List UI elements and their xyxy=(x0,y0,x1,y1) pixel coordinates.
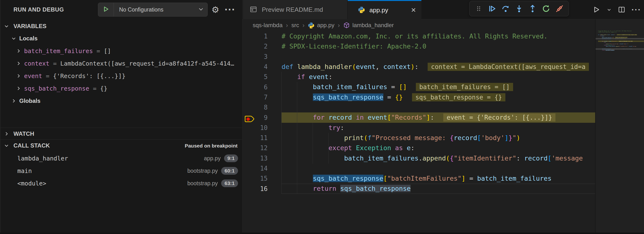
split-editor-icon[interactable] xyxy=(618,6,625,13)
gutter-line-16[interactable]: 16 xyxy=(242,185,282,192)
debug-inline-value: context = LambdaContext([aws_request_id=… xyxy=(428,63,589,71)
watch-header-label: WATCH xyxy=(14,130,34,137)
paused-status-badge: Paused on breakpoint xyxy=(185,140,238,152)
close-tab-icon[interactable]: ✕ xyxy=(411,6,416,14)
chevron-right-icon xyxy=(11,98,16,104)
gutter-line-9[interactable]: 9 xyxy=(242,114,282,121)
more-actions-icon[interactable]: ··· xyxy=(632,5,641,14)
variable-row[interactable]: event = {'Records': [{...}]} xyxy=(0,70,242,82)
debug-continue-icon[interactable] xyxy=(487,3,498,14)
code-line-13[interactable]: 13 batch_item_failures.append({"itemIden… xyxy=(242,153,644,163)
call-stack-frame[interactable]: mainbootstrap.py60:1 xyxy=(0,165,242,177)
code-line-14[interactable]: 14 xyxy=(242,163,644,173)
gutter-line-8[interactable]: 8 xyxy=(242,104,282,111)
breadcrumb-file[interactable]: app.py xyxy=(317,22,334,29)
scope-globals[interactable]: Globals xyxy=(0,95,242,107)
code-line-8[interactable]: 8 xyxy=(242,102,644,113)
debug-step-over-icon[interactable] xyxy=(500,3,511,14)
debug-step-out-icon[interactable] xyxy=(527,3,538,14)
gutter-line-4[interactable]: 4 xyxy=(242,63,282,70)
debug-inline-value: event = {'Records': [{...}]} xyxy=(443,114,556,121)
code-line-9[interactable]: 9 for record in event["Records"]:event =… xyxy=(242,113,644,122)
code-line-16: 16 return sqs_batch_response xyxy=(598,50,644,51)
call-stack-frame[interactable]: <module>bootstrap.py63:1 xyxy=(0,177,242,190)
frame-file: bootstrap.py xyxy=(187,168,218,174)
toolbar-gripper-icon[interactable] xyxy=(473,3,484,14)
gutter-line-7[interactable]: 7 xyxy=(242,94,282,101)
sidebar-header: RUN AND DEBUG No Configurations ⚙ ··· xyxy=(0,0,242,19)
gutter-line-14[interactable]: 14 xyxy=(242,165,282,172)
code-line-2[interactable]: 2# SPDX-License-Identifier: Apache-2.0 xyxy=(242,41,644,51)
code-line-3[interactable]: 3 xyxy=(242,52,644,62)
frame-file: app.py xyxy=(204,155,221,162)
tab-app-py[interactable]: app.py ✕ xyxy=(348,0,422,19)
variable-value: [] xyxy=(104,48,111,55)
window-bottom-edge xyxy=(0,233,644,234)
gutter-line-1[interactable]: 1 xyxy=(242,33,282,40)
gear-icon[interactable]: ⚙ xyxy=(209,0,222,19)
gutter-line-13[interactable]: 13 xyxy=(242,155,282,162)
frame-name: <module> xyxy=(17,180,46,187)
gutter-line-11[interactable]: 11 xyxy=(242,134,282,141)
breadcrumb-separator: › xyxy=(338,22,340,29)
variable-name: event xyxy=(24,73,42,80)
code-line-4[interactable]: 4def lambda_handler(event, context):cont… xyxy=(242,62,644,72)
code-line-12[interactable]: 12 except Exception as e: xyxy=(242,143,644,153)
line-number: 5 xyxy=(264,73,268,81)
watch-section-header[interactable]: WATCH xyxy=(0,128,242,140)
code-line-7[interactable]: 7 sqs_batch_response = {}sqs_batch_respo… xyxy=(242,92,644,102)
variable-row[interactable]: context = LambdaContext([aws_request_id=… xyxy=(0,57,242,70)
variable-row[interactable]: sqs_batch_response = {} xyxy=(0,82,242,95)
tab-bar: Preview README.md app.py ✕ ··· xyxy=(242,0,644,19)
scope-locals[interactable]: Locals xyxy=(0,32,242,45)
code-line-text: batch_item_failures.append({"itemIdentif… xyxy=(598,46,636,47)
code-line-15[interactable]: 15 sqs_batch_response["batchItemFailures… xyxy=(242,173,644,184)
chevron-down-icon xyxy=(4,143,9,148)
variable-row[interactable]: batch_item_failures = [] xyxy=(0,45,242,57)
gutter-line-6[interactable]: 6 xyxy=(242,84,282,91)
code-line-6[interactable]: 6 batch_item_failures = []batch_item_fai… xyxy=(242,82,644,92)
frame-file: bootstrap.py xyxy=(187,180,218,187)
debug-disconnect-icon[interactable] xyxy=(554,3,565,14)
breakpoint-paused-icon[interactable] xyxy=(244,115,256,123)
code-line-5[interactable]: 5 if event: xyxy=(242,72,644,82)
more-actions-icon[interactable]: ··· xyxy=(224,0,236,19)
run-python-file-icon[interactable] xyxy=(592,6,600,13)
breadcrumb-folder[interactable]: sqs-lambda xyxy=(253,22,282,29)
frame-line-column-badge: 63:1 xyxy=(221,179,238,187)
debug-inline-value: event = {'Records': [{...}]} xyxy=(618,41,633,42)
watch-section: WATCH xyxy=(0,127,242,140)
launch-configuration-dropdown[interactable]: No Configurations xyxy=(98,3,208,16)
minimap[interactable]: 1# Copyright Amazon.com, Inc. or its aff… xyxy=(595,19,644,234)
minimap-highlight-marker xyxy=(596,48,644,50)
code-line-text: sqs_batch_response["batchItemFailures"] … xyxy=(282,173,552,184)
frame-name: lambda_handler xyxy=(17,155,68,162)
variables-section-header[interactable]: VARIABLES xyxy=(0,20,242,32)
tab-preview-readme[interactable]: Preview README.md xyxy=(243,0,348,19)
chevron-down-icon xyxy=(11,36,16,41)
code-line-1[interactable]: 1# Copyright Amazon.com, Inc. or its aff… xyxy=(242,31,644,41)
gutter-line-3[interactable]: 3 xyxy=(242,53,282,60)
code-editor[interactable]: 1# Copyright Amazon.com, Inc. or its aff… xyxy=(242,31,644,232)
gutter-line-2[interactable]: 2 xyxy=(242,43,282,50)
run-options-chevron-icon[interactable] xyxy=(606,7,612,12)
code-line-16[interactable]: 16 return sqs_batch_response xyxy=(242,184,644,194)
breadcrumb-symbol[interactable]: lambda_handler xyxy=(352,22,394,29)
line-number: 16 xyxy=(260,185,268,192)
debug-inline-value: sqs_batch_response = {} xyxy=(412,93,506,101)
breadcrumb-separator: › xyxy=(302,22,305,29)
code-line-text: def lambda_handler(event, context):conte… xyxy=(282,62,589,72)
debug-restart-icon[interactable] xyxy=(541,3,551,14)
equals-sign: = xyxy=(89,85,100,92)
code-line-11[interactable]: 11 print(f"Processed message: {record['b… xyxy=(242,133,644,143)
breadcrumb-folder[interactable]: src xyxy=(292,22,299,29)
line-number: 2 xyxy=(264,43,268,50)
gutter-line-10[interactable]: 10 xyxy=(242,124,282,131)
code-line-10[interactable]: 10 try: xyxy=(242,123,644,133)
gutter-line-12[interactable]: 12 xyxy=(242,144,282,152)
debug-start-icon[interactable] xyxy=(98,3,114,16)
debug-step-into-icon[interactable] xyxy=(514,3,524,14)
call-stack-frame[interactable]: lambda_handlerapp.py9:1 xyxy=(0,152,242,165)
gutter-line-5[interactable]: 5 xyxy=(242,73,282,81)
gutter-line-15[interactable]: 15 xyxy=(242,175,282,182)
